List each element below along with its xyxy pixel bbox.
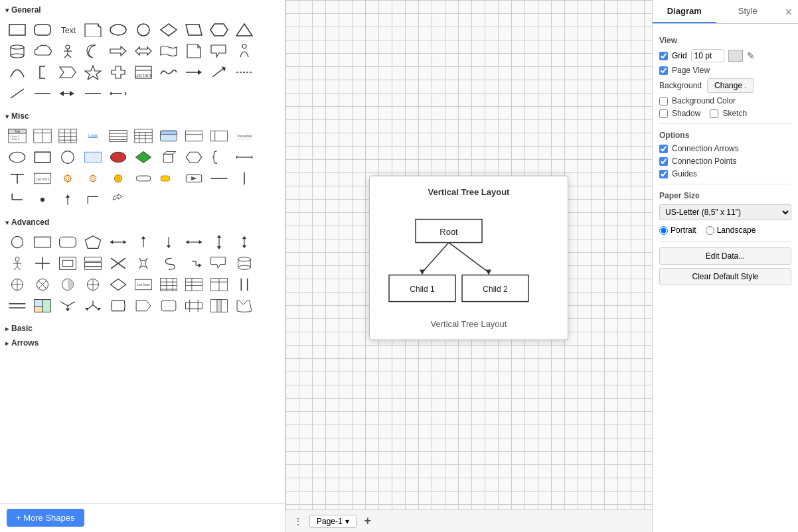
adv-diamond2[interactable] <box>106 275 130 295</box>
grid-pt-input[interactable] <box>691 49 724 62</box>
misc-green-diamond[interactable] <box>131 147 155 167</box>
edit-data-button[interactable]: Edit Data... <box>659 247 791 265</box>
adv-arrow-left-right[interactable] <box>106 232 130 252</box>
shape-cylinder[interactable] <box>5 41 29 61</box>
misc-corner[interactable] <box>5 190 29 210</box>
page-tab[interactable]: Page-1 ▾ <box>309 515 357 528</box>
shape-diamond[interactable] <box>157 20 181 40</box>
misc-curly-brace[interactable] <box>207 147 231 167</box>
shape-bidirectional[interactable] <box>81 84 105 103</box>
adv-circle[interactable] <box>5 232 29 252</box>
shape-line-segment[interactable] <box>5 84 29 103</box>
misc-circle-item[interactable] <box>56 147 80 167</box>
misc-t-shape[interactable] <box>5 168 29 188</box>
adv-rect2[interactable] <box>31 232 54 252</box>
connection-arrows-checkbox[interactable] <box>659 145 668 153</box>
misc-play[interactable] <box>182 168 206 188</box>
shape-rectangle[interactable] <box>5 20 29 40</box>
adv-stack[interactable] <box>81 253 105 273</box>
adv-plus[interactable] <box>31 253 54 273</box>
adv-table2[interactable] <box>182 275 206 295</box>
adv-merge[interactable] <box>56 296 80 316</box>
paper-size-select[interactable]: US-Letter (8,5" x 11") A4 (210 mm x 297 … <box>659 204 791 220</box>
misc-wide-table[interactable] <box>106 126 130 146</box>
section-header-arrows[interactable]: Arrows <box>4 336 281 350</box>
adv-db-shape[interactable] <box>232 253 256 273</box>
shape-bracket[interactable] <box>31 62 54 82</box>
landscape-radio[interactable] <box>706 226 714 235</box>
adv-rounded[interactable] <box>56 232 80 252</box>
adv-bowtie[interactable] <box>131 253 155 273</box>
shape-dashed-line[interactable] <box>232 62 256 82</box>
adv-various2[interactable] <box>157 296 181 316</box>
shape-person[interactable] <box>232 41 256 61</box>
portrait-radio[interactable] <box>659 226 668 235</box>
shape-star5[interactable] <box>81 62 105 82</box>
shape-link-arrow[interactable] <box>106 84 130 103</box>
adv-person2[interactable] <box>5 253 29 273</box>
shape-parallelogram[interactable] <box>182 20 206 40</box>
misc-hexagon[interactable] <box>182 147 206 167</box>
misc-rect-outline[interactable] <box>31 147 54 167</box>
adv-pentagon[interactable] <box>81 232 105 252</box>
adv-various5[interactable] <box>232 296 256 316</box>
shape-rounded-rect[interactable] <box>31 20 54 40</box>
panel-close-button[interactable]: ✕ <box>779 0 798 23</box>
shape-hexagon[interactable] <box>207 20 231 40</box>
shape-line-horizontal[interactable] <box>31 84 54 103</box>
misc-r-arrow[interactable] <box>106 190 130 210</box>
adv-various1[interactable] <box>131 296 155 316</box>
misc-red-oval[interactable] <box>106 147 130 167</box>
adv-s-shape[interactable] <box>157 253 181 273</box>
adv-list-item[interactable]: List Item <box>131 275 155 295</box>
misc-grid-table[interactable] <box>56 126 80 146</box>
canvas-area[interactable]: Vertical Tree Layout Root Child 1 <box>285 0 652 532</box>
shape-chevron[interactable] <box>56 62 80 82</box>
shape-crescent[interactable] <box>81 41 105 61</box>
shape-wave[interactable] <box>157 62 181 82</box>
adv-horz-arrows2[interactable] <box>182 232 206 252</box>
page-view-checkbox[interactable] <box>659 66 668 75</box>
section-header-advanced[interactable]: Advanced <box>4 215 281 230</box>
misc-square-corner[interactable] <box>81 190 105 210</box>
add-page-button[interactable]: + <box>360 514 375 529</box>
misc-list-item[interactable]: List Item <box>31 168 54 188</box>
page-menu-icon[interactable]: ⋮ <box>291 514 305 529</box>
shape-text[interactable]: Text <box>56 20 80 40</box>
adv-pipe[interactable] <box>106 296 130 316</box>
adv-circle-x[interactable] <box>31 275 54 295</box>
shape-page[interactable] <box>182 41 206 61</box>
adv-circle-cross[interactable] <box>5 275 29 295</box>
adv-various3[interactable] <box>182 296 206 316</box>
shape-line-arrow-right[interactable] <box>182 62 206 82</box>
adv-table-grid[interactable] <box>157 275 181 295</box>
adv-table3[interactable] <box>207 275 231 295</box>
adv-up-arrow[interactable] <box>131 232 155 252</box>
misc-table[interactable] <box>31 126 54 146</box>
misc-striped[interactable] <box>81 147 105 167</box>
misc-dot[interactable] <box>31 190 54 210</box>
shape-callout[interactable] <box>207 41 231 61</box>
shape-cross[interactable] <box>106 62 130 82</box>
adv-vert-arrows[interactable] <box>207 232 231 252</box>
section-header-basic[interactable]: Basic <box>4 321 281 336</box>
adv-vert-arrows2[interactable] <box>232 232 256 252</box>
misc-oval[interactable] <box>5 147 29 167</box>
tab-diagram[interactable]: Diagram <box>653 0 716 23</box>
more-shapes-button[interactable]: + More Shapes <box>7 509 84 527</box>
misc-shape1[interactable] <box>157 126 181 146</box>
guides-checkbox[interactable] <box>659 170 668 178</box>
section-header-misc[interactable]: Misc <box>4 109 281 123</box>
adv-circle-half[interactable] <box>56 275 80 295</box>
misc-shape3[interactable] <box>207 126 231 146</box>
adv-vbar[interactable] <box>232 275 256 295</box>
misc-up-arrow[interactable] <box>56 190 80 210</box>
misc-line2[interactable] <box>232 168 256 188</box>
adv-circle-quarter[interactable] <box>81 275 105 295</box>
adv-nested-rect[interactable] <box>56 253 80 273</box>
background-color-checkbox[interactable] <box>659 97 668 105</box>
misc-line1[interactable] <box>207 168 231 188</box>
grid-checkbox[interactable] <box>659 52 668 60</box>
misc-table2[interactable] <box>131 126 155 146</box>
misc-var-text[interactable]: Variable Text <box>232 126 256 146</box>
